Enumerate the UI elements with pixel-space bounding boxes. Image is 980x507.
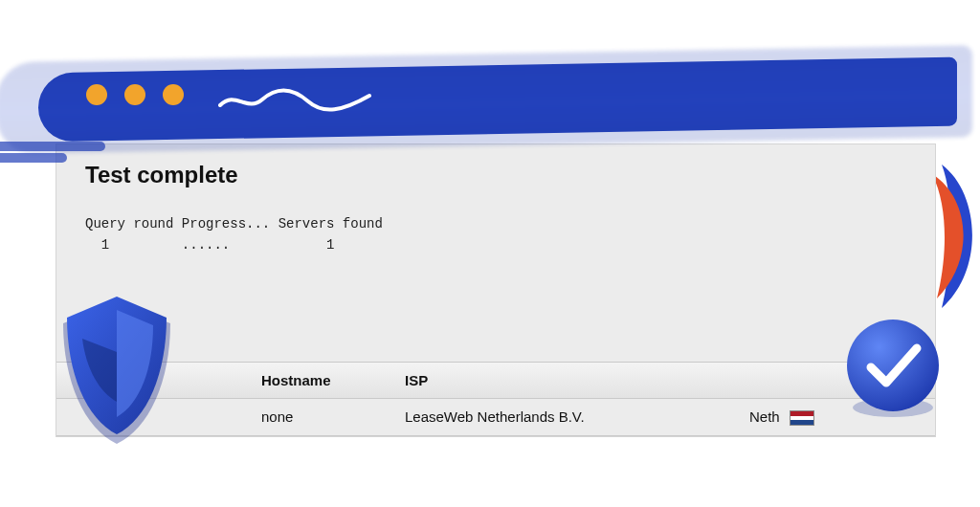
table-row: none LeaseWeb Netherlands B.V. Neth: [56, 398, 935, 435]
shield-icon: [50, 297, 184, 450]
query-row-servers: 1: [326, 237, 334, 253]
results-table: Hostname ISP none LeaseWeb Netherlands B…: [56, 362, 935, 436]
window-dot-icon: [86, 84, 107, 105]
brush-stroke-icon: [0, 153, 67, 163]
query-col-servers: Servers found: [278, 216, 383, 231]
query-col-progress: Progress...: [182, 216, 270, 231]
page-title: Test complete: [85, 162, 906, 188]
address-bar-squiggle-icon: [218, 88, 371, 113]
table-cell-hostname: none: [248, 398, 391, 435]
window-controls: [86, 84, 184, 105]
query-progress-block: Query round Progress... Servers found 1 …: [85, 213, 906, 256]
query-col-round: Query round: [85, 216, 173, 231]
country-text: Neth: [749, 408, 780, 425]
checkmark-badge-icon: [840, 316, 946, 421]
results-panel: Test complete Query round Progress... Se…: [56, 143, 936, 437]
query-row-round: 1: [101, 237, 109, 253]
table-header-isp: ISP: [391, 362, 736, 398]
table-header-row: Hostname ISP: [56, 362, 935, 398]
flag-netherlands-icon: [790, 410, 814, 426]
window-dot-icon: [124, 84, 145, 105]
query-row-progress: ......: [182, 237, 230, 253]
svg-point-3: [847, 320, 939, 411]
table-header-hostname: Hostname: [248, 362, 391, 398]
table-cell-isp: LeaseWeb Netherlands B.V.: [391, 398, 736, 435]
window-dot-icon: [163, 84, 184, 105]
